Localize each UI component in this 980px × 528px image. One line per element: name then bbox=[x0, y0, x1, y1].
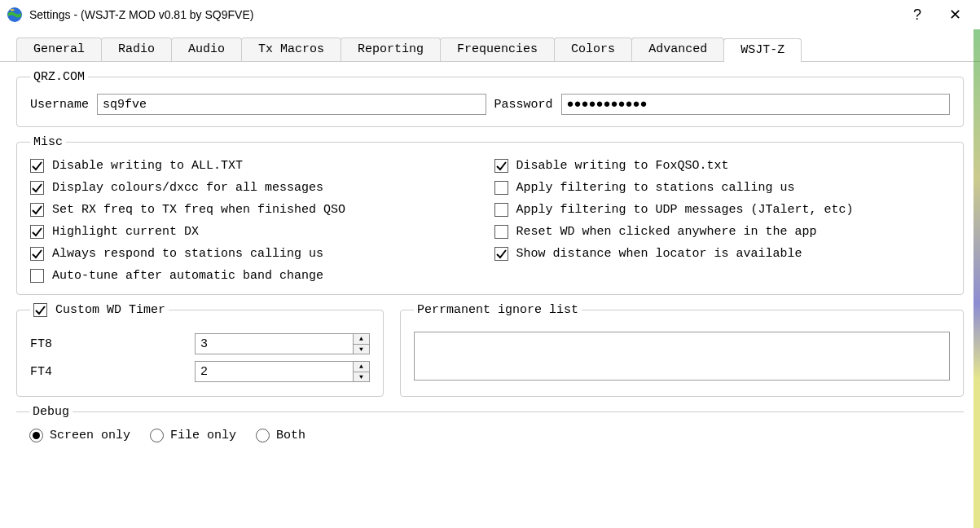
wd-timer-legend-checkbox[interactable]: Custom WD Timer bbox=[33, 303, 165, 317]
debug-legend: Debug bbox=[29, 405, 73, 419]
misc-left-0[interactable]: Disable writing to ALL.TXT bbox=[30, 159, 486, 173]
debug-option-1[interactable]: File only bbox=[150, 429, 236, 442]
debug-group: Debug Screen onlyFile onlyBoth bbox=[16, 405, 964, 442]
ignore-group: Perrmanent ignore list bbox=[400, 303, 964, 397]
ft8-input[interactable] bbox=[196, 334, 353, 354]
window-title: Settings - (WSJT-Z MOD v0.81 by SQ9FVE) bbox=[29, 8, 899, 21]
radio-icon bbox=[150, 429, 164, 442]
misc-right-4[interactable]: Show distance when locator is available bbox=[494, 247, 951, 261]
checkbox-label: Disable writing to ALL.TXT bbox=[52, 159, 243, 173]
help-button[interactable]: ? bbox=[899, 7, 936, 24]
misc-right-2[interactable]: Apply filtering to UDP messages (JTalert… bbox=[494, 203, 951, 217]
ft4-step-down[interactable]: ▼ bbox=[354, 372, 369, 382]
ft4-step-up[interactable]: ▲ bbox=[354, 362, 369, 372]
username-label: Username bbox=[30, 98, 89, 112]
qrz-legend: QRZ.COM bbox=[30, 70, 88, 84]
checkbox-label: Highlight current DX bbox=[52, 225, 199, 239]
tab-general[interactable]: General bbox=[16, 37, 102, 61]
ft4-spinbox[interactable]: ▲ ▼ bbox=[195, 361, 370, 382]
checkbox-icon bbox=[30, 247, 44, 261]
debug-option-2[interactable]: Both bbox=[256, 429, 305, 442]
checkbox-icon bbox=[30, 181, 44, 195]
ignore-legend: Perrmanent ignore list bbox=[414, 303, 582, 317]
misc-group: Misc Disable writing to ALL.TXTDisable w… bbox=[16, 135, 964, 295]
misc-right-1[interactable]: Apply filtering to stations calling us bbox=[494, 181, 951, 195]
checkbox-icon bbox=[30, 225, 44, 239]
misc-left-4[interactable]: Always respond to stations calling us bbox=[30, 247, 486, 261]
wd-timer-group: Custom WD Timer FT8 ▲ ▼ FT4 ▲ bbox=[16, 303, 384, 397]
decorative-edge bbox=[973, 29, 980, 459]
ft4-input[interactable] bbox=[196, 362, 353, 381]
misc-legend: Misc bbox=[30, 135, 66, 149]
checkbox-icon bbox=[494, 181, 508, 195]
tab-audio[interactable]: Audio bbox=[171, 37, 242, 61]
ft8-step-down[interactable]: ▼ bbox=[354, 345, 369, 354]
checkbox-label: Apply filtering to stations calling us bbox=[516, 181, 795, 195]
checkbox-label: Show distance when locator is available bbox=[516, 247, 802, 261]
ft4-stepper: ▲ ▼ bbox=[353, 362, 369, 381]
checkbox-label: Auto-tune after automatic band change bbox=[52, 269, 323, 283]
ft4-label: FT4 bbox=[30, 365, 185, 379]
radio-label: Both bbox=[276, 429, 305, 442]
titlebar: Settings - (WSJT-Z MOD v0.81 by SQ9FVE) … bbox=[0, 0, 980, 29]
ft8-step-up[interactable]: ▲ bbox=[354, 334, 369, 345]
app-icon bbox=[7, 7, 23, 23]
tab-tx-macros[interactable]: Tx Macros bbox=[241, 37, 341, 61]
tab-advanced[interactable]: Advanced bbox=[631, 37, 724, 61]
misc-right-3[interactable]: Reset WD when clicked anywhere in the ap… bbox=[494, 225, 951, 239]
misc-right-0[interactable]: Disable writing to FoxQSO.txt bbox=[494, 159, 951, 173]
password-input[interactable] bbox=[561, 94, 950, 115]
checkbox-label: Always respond to stations calling us bbox=[52, 247, 323, 261]
checkbox-icon bbox=[33, 303, 47, 317]
checkbox-label: Apply filtering to UDP messages (JTalert… bbox=[516, 203, 854, 217]
username-input[interactable] bbox=[97, 94, 486, 115]
tab-radio[interactable]: Radio bbox=[101, 37, 172, 61]
ft8-stepper: ▲ ▼ bbox=[353, 334, 369, 354]
misc-left-5[interactable]: Auto-tune after automatic band change bbox=[30, 269, 486, 283]
misc-left-3[interactable]: Highlight current DX bbox=[30, 225, 486, 239]
checkbox-label: Disable writing to FoxQSO.txt bbox=[516, 159, 729, 173]
close-button[interactable]: ✕ bbox=[936, 6, 973, 24]
tab-strip: General Radio Audio Tx Macros Reporting … bbox=[0, 29, 980, 62]
checkbox-label: Reset WD when clicked anywhere in the ap… bbox=[516, 225, 817, 239]
checkbox-label: Set RX freq to TX freq when finished QSO bbox=[52, 203, 345, 217]
checkbox-icon bbox=[494, 159, 508, 173]
checkbox-label: Display colours/dxcc for all messages bbox=[52, 181, 323, 195]
misc-left-1[interactable]: Display colours/dxcc for all messages bbox=[30, 181, 486, 195]
ft8-label: FT8 bbox=[30, 337, 185, 351]
debug-option-0[interactable]: Screen only bbox=[29, 429, 130, 442]
tab-pane: QRZ.COM Username Password Misc Disable w… bbox=[0, 62, 980, 459]
checkbox-icon bbox=[30, 269, 44, 283]
checkbox-icon bbox=[494, 247, 508, 261]
tab-reporting[interactable]: Reporting bbox=[341, 37, 441, 61]
radio-label: Screen only bbox=[50, 429, 130, 442]
checkbox-icon bbox=[494, 225, 508, 239]
qrz-group: QRZ.COM Username Password bbox=[16, 70, 964, 127]
checkbox-icon bbox=[494, 203, 508, 217]
tab-colors[interactable]: Colors bbox=[554, 37, 632, 61]
ignore-textarea[interactable] bbox=[414, 332, 950, 381]
checkbox-icon bbox=[30, 159, 44, 173]
radio-icon bbox=[29, 429, 43, 442]
misc-left-2[interactable]: Set RX freq to TX freq when finished QSO bbox=[30, 203, 486, 217]
tab-frequencies[interactable]: Frequencies bbox=[440, 37, 555, 61]
ft8-spinbox[interactable]: ▲ ▼ bbox=[195, 333, 370, 354]
radio-icon bbox=[256, 429, 270, 442]
tab-wsjt-z[interactable]: WSJT-Z bbox=[723, 38, 802, 62]
password-label: Password bbox=[494, 98, 553, 112]
checkbox-icon bbox=[30, 203, 44, 217]
wd-timer-legend-label: Custom WD Timer bbox=[55, 303, 165, 317]
radio-label: File only bbox=[170, 429, 236, 442]
